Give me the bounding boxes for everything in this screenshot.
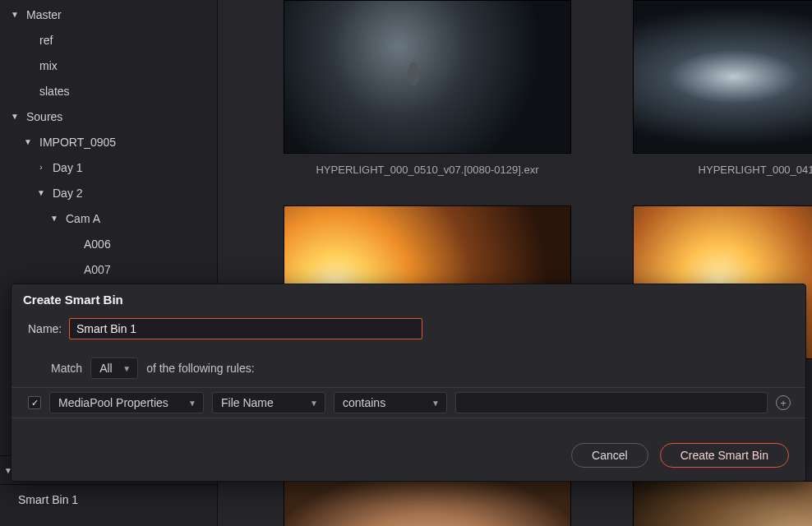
chevron-down-icon[interactable]: ▼ bbox=[8, 10, 21, 19]
bin-tree-item[interactable]: mix bbox=[0, 53, 217, 78]
chevron-right-icon[interactable]: › bbox=[35, 163, 48, 172]
bin-tree-item[interactable]: ▼Day 2 bbox=[0, 180, 217, 205]
bin-tree-label: A006 bbox=[84, 238, 111, 251]
rule-property-value: MediaPool Properties bbox=[58, 396, 168, 409]
bin-tree-item[interactable]: A006 bbox=[0, 231, 217, 256]
media-clip[interactable]: HYPERLIGHT_000_0410_v28.[0 bbox=[633, 0, 812, 176]
rule-field-value: File Name bbox=[221, 396, 274, 409]
smart-bin-label: Smart Bin 1 bbox=[18, 493, 78, 506]
bin-tree-label: Day 1 bbox=[53, 161, 83, 174]
bin-tree-item[interactable]: A007 bbox=[0, 256, 217, 282]
bin-tree-label: ref bbox=[39, 34, 53, 47]
clip-filename: HYPERLIGHT_000_0410_v28.[0 bbox=[699, 164, 812, 176]
match-label-pre: Match bbox=[51, 362, 82, 375]
plus-icon: + bbox=[780, 398, 787, 408]
cancel-button[interactable]: Cancel bbox=[571, 443, 648, 468]
chevron-down-icon: ▼ bbox=[431, 399, 440, 408]
bin-tree-item[interactable]: ▼IMPORT_0905 bbox=[0, 129, 217, 155]
clip-filename: HYPERLIGHT_000_0510_v07.[0080-0129].exr bbox=[316, 164, 538, 176]
chevron-down-icon[interactable]: ▼ bbox=[48, 214, 61, 223]
add-rule-button[interactable]: + bbox=[776, 395, 791, 410]
match-dropdown-value: All bbox=[99, 362, 113, 375]
chevron-down-icon[interactable]: ▼ bbox=[35, 188, 48, 197]
bin-tree-label: IMPORT_0905 bbox=[39, 136, 116, 149]
bin-tree-label: A007 bbox=[84, 263, 111, 276]
rule-row: ✓ MediaPool Properties ▼ File Name ▼ con… bbox=[12, 387, 805, 418]
chevron-down-icon: ▼ bbox=[310, 399, 318, 408]
bin-tree-label: Day 2 bbox=[53, 187, 83, 200]
cancel-button-label: Cancel bbox=[592, 449, 628, 462]
bin-tree-label: Cam A bbox=[66, 212, 100, 225]
bin-tree-label: Master bbox=[26, 8, 62, 21]
rule-property-dropdown[interactable]: MediaPool Properties ▼ bbox=[49, 392, 204, 413]
rule-operator-dropdown[interactable]: contains ▼ bbox=[334, 392, 447, 413]
rule-value-input[interactable] bbox=[455, 392, 768, 413]
chevron-down-icon: ▼ bbox=[122, 364, 131, 373]
name-row: Name: bbox=[12, 313, 805, 344]
media-clip[interactable]: HYPERLIGHT_000_0510_v07.[0080-0129].exr bbox=[284, 0, 571, 176]
chevron-down-icon[interactable]: ▼ bbox=[8, 112, 21, 121]
bin-tree-label: Soures bbox=[26, 110, 62, 123]
create-smart-bin-dialog: Create Smart Bin Name: Match All ▼ of th… bbox=[11, 284, 806, 482]
chevron-down-icon: ▼ bbox=[188, 399, 196, 408]
rule-enabled-checkbox[interactable]: ✓ bbox=[28, 396, 41, 409]
name-input[interactable] bbox=[69, 318, 422, 339]
media-clip[interactable] bbox=[284, 481, 571, 526]
bin-tree-item[interactable]: slates bbox=[0, 78, 217, 104]
media-clip[interactable] bbox=[633, 481, 812, 526]
clip-thumbnail[interactable] bbox=[284, 481, 571, 526]
name-label: Name: bbox=[28, 322, 69, 335]
dialog-title: Create Smart Bin bbox=[12, 284, 805, 313]
bin-tree-item[interactable]: ▼Master bbox=[0, 2, 217, 27]
match-label-post: of the following rules: bbox=[146, 362, 255, 375]
rule-field-dropdown[interactable]: File Name ▼ bbox=[212, 392, 325, 413]
smart-bin-item[interactable]: Smart Bin 1 bbox=[0, 485, 218, 514]
clip-thumbnail[interactable] bbox=[284, 0, 571, 154]
rule-operator-value: contains bbox=[343, 396, 385, 409]
match-dropdown[interactable]: All ▼ bbox=[90, 358, 138, 379]
match-row: Match All ▼ of the following rules: bbox=[12, 344, 805, 387]
chevron-down-icon[interactable]: ▼ bbox=[21, 137, 35, 146]
bin-tree-item[interactable]: ▼Cam A bbox=[0, 205, 217, 231]
clip-thumbnail[interactable] bbox=[633, 0, 812, 154]
bin-tree-item[interactable]: ref bbox=[0, 27, 217, 53]
bin-tree-label: mix bbox=[39, 59, 58, 72]
bin-tree-item[interactable]: ▼Soures bbox=[0, 104, 217, 129]
create-smart-bin-button[interactable]: Create Smart Bin bbox=[660, 443, 789, 468]
bin-tree-label: slates bbox=[39, 85, 70, 98]
bin-tree-item[interactable]: ›Day 1 bbox=[0, 155, 217, 180]
create-button-label: Create Smart Bin bbox=[681, 449, 768, 462]
clip-thumbnail[interactable] bbox=[633, 481, 812, 526]
